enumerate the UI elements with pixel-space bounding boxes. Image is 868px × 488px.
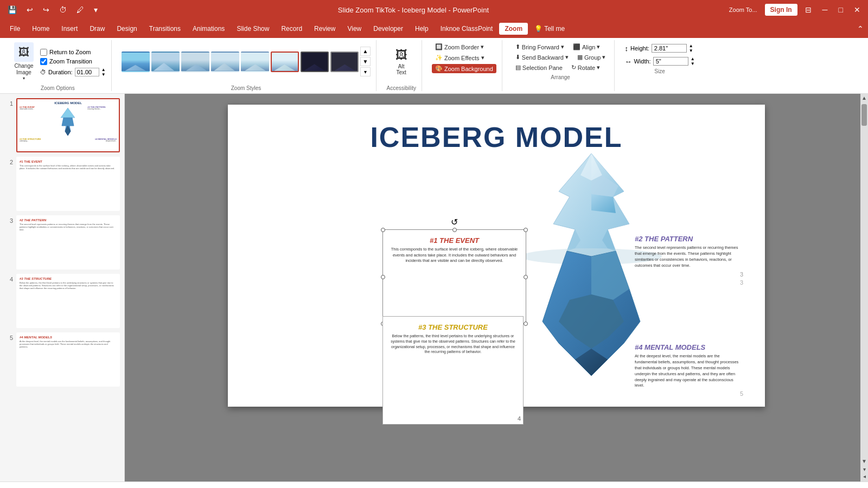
duration-spinner[interactable]: ▲▼ [101, 67, 106, 77]
zoom-background-button[interactable]: 🎨 Zoom Background [432, 64, 496, 73]
minimize-button[interactable]: ─ [819, 4, 831, 15]
styles-more-button[interactable]: ▾ [360, 67, 371, 76]
maximize-button[interactable]: □ [835, 4, 846, 15]
zoom-border-dropdown[interactable]: ▾ [481, 43, 484, 50]
close-button[interactable]: ✕ [851, 4, 864, 15]
change-image-dropdown[interactable]: ▾ [23, 76, 25, 81]
styles-down-button[interactable]: ▼ [360, 57, 371, 66]
alt-text-button[interactable]: 🖼 Alt Text [391, 47, 412, 77]
menu-help[interactable]: Help [410, 23, 434, 35]
ribbon-view-button[interactable]: ⊟ [802, 4, 815, 15]
rotate-button[interactable]: ↻ Rotate ▾ [568, 63, 603, 72]
align-dropdown[interactable]: ▾ [597, 43, 600, 50]
send-backward-button[interactable]: ⬇ Send Backward ▾ [512, 53, 572, 62]
style-thumb-2[interactable] [151, 52, 180, 72]
send-backward-dropdown[interactable]: ▾ [565, 54, 569, 61]
align-label: Align [582, 44, 595, 50]
notes-bar[interactable]: Click to add notes [0, 481, 868, 488]
slide-thumb-3[interactable]: #2 THE PATTERN The second level represen… [16, 215, 120, 269]
style-thumb-1[interactable] [122, 52, 150, 72]
style-thumb-7[interactable] [301, 52, 329, 72]
zoom-box-event[interactable]: ↺ #1 THE EVENT This corresponds to the s… [382, 229, 526, 324]
change-image-button[interactable]: 🖼 ChangeImage ▾ [10, 40, 38, 83]
collapse-ribbon-button[interactable]: ⌃ [857, 24, 864, 33]
scroll-up-arrow[interactable]: ▲ [860, 94, 868, 102]
handle-tl[interactable] [381, 228, 385, 232]
menu-view[interactable]: View [342, 23, 367, 35]
group-button[interactable]: ▦ Group ▾ [574, 53, 609, 62]
sign-in-button[interactable]: Sign In [765, 4, 797, 16]
handle-tm[interactable] [452, 228, 457, 232]
group-dropdown[interactable]: ▾ [602, 54, 605, 61]
zoom-box-structure[interactable]: #3 THE STRUCTURE Below the patterns, the… [382, 316, 524, 425]
menu-insert[interactable]: Insert [56, 23, 83, 35]
menu-review[interactable]: Review [309, 23, 341, 35]
slide-thumb-1[interactable]: ICEBERG MODEL #1 THE EVENT observable ev… [16, 98, 120, 152]
slide-item-2[interactable]: 2 #1 THE EVENT This corresponds to the s… [4, 157, 120, 211]
menu-file[interactable]: File [4, 23, 25, 35]
scroll-start-arrow[interactable]: ◂ [862, 472, 867, 480]
width-input[interactable] [653, 57, 688, 66]
menu-draw[interactable]: Draw [84, 23, 110, 35]
menu-developer[interactable]: Developer [368, 23, 409, 35]
style-thumb-4[interactable] [211, 52, 239, 72]
scroll-thumb[interactable] [861, 104, 867, 126]
slide-item-1[interactable]: 1 ICEBERG MODEL #1 THE EVENT observable … [4, 98, 120, 152]
menu-zoom[interactable]: Zoom [499, 23, 528, 35]
redo-button[interactable]: ↪ [40, 4, 53, 15]
menu-home[interactable]: Home [27, 23, 55, 35]
slide-item-3[interactable]: 3 #2 THE PATTERN The second level repres… [4, 215, 120, 269]
zoom-to-button[interactable]: Zoom To... [726, 5, 761, 14]
autosave-button[interactable]: ⏱ [56, 4, 70, 15]
handle-br[interactable] [524, 322, 528, 326]
zoom-border-button[interactable]: 🔲 Zoom Border ▾ [432, 42, 496, 52]
more-commands-button[interactable]: 🖊 [73, 4, 87, 15]
menu-record[interactable]: Record [276, 23, 308, 35]
menu-design[interactable]: Design [111, 23, 142, 35]
return-to-zoom-input[interactable] [40, 49, 47, 56]
save-button[interactable]: 💾 [4, 4, 20, 15]
slide-thumb-4[interactable]: #3 THE STRUCTURE Below the patterns, the… [16, 274, 120, 328]
rotate-handle[interactable]: ↺ [451, 217, 458, 227]
bring-forward-button[interactable]: ⬆ Bring Forward ▾ [512, 42, 567, 52]
zoom-effects-dropdown[interactable]: ▾ [481, 54, 484, 61]
duration-input[interactable] [75, 68, 99, 76]
height-spinner[interactable]: ▲▼ [689, 43, 693, 53]
style-thumb-8[interactable] [330, 52, 359, 72]
align-button[interactable]: ⬛ Align ▾ [570, 42, 603, 52]
styles-up-button[interactable]: ▲ [360, 47, 371, 56]
menu-classpoint[interactable]: Inknoe ClassPoint [435, 23, 499, 35]
slide-item-5[interactable]: 5 #4 MENTAL MODELS At the deepest level,… [4, 332, 120, 387]
slide-item-4[interactable]: 4 #3 THE STRUCTURE Below the patterns, t… [4, 274, 120, 328]
slide-num-4: 4 [4, 274, 13, 282]
style-thumb-5[interactable] [241, 52, 269, 72]
menu-transitions[interactable]: Transitions [144, 23, 186, 35]
menu-tell-me[interactable]: 💡 Tell me [529, 23, 570, 35]
bring-forward-dropdown[interactable]: ▾ [561, 43, 564, 50]
handle-ml[interactable] [381, 275, 385, 279]
menu-animations[interactable]: Animations [187, 23, 230, 35]
titlebar-right: Zoom To... Sign In ⊟ ─ □ ✕ [726, 4, 864, 16]
canvas-area[interactable]: ICEBERG MODEL [125, 94, 868, 481]
rotate-dropdown[interactable]: ▾ [597, 64, 600, 71]
menu-slideshow[interactable]: Slide Show [231, 23, 275, 35]
selection-pane-button[interactable]: ▤ Selection Pane [512, 63, 566, 72]
customize-button[interactable]: ▾ [91, 4, 101, 15]
zoom-effects-button[interactable]: ✨ Zoom Effects ▾ [432, 53, 496, 62]
undo-button[interactable]: ↩ [23, 4, 36, 15]
slide-canvas[interactable]: ICEBERG MODEL [228, 105, 765, 407]
slide-thumb-2[interactable]: #1 THE EVENT This corresponds to the sur… [16, 157, 120, 211]
zoom-transition-input[interactable] [40, 58, 47, 65]
mental-body: At the deepest level, the mental models … [635, 354, 743, 389]
style-thumb-6[interactable] [271, 52, 299, 72]
handle-tr[interactable] [524, 228, 528, 232]
width-spinner[interactable]: ▲▼ [691, 56, 695, 66]
return-to-zoom-checkbox[interactable]: Return to Zoom [40, 49, 106, 56]
height-input[interactable] [652, 44, 687, 53]
handle-mr[interactable] [524, 275, 528, 279]
slide-thumb-5[interactable]: #4 MENTAL MODELS At the deepest level, t… [16, 332, 120, 387]
style-thumb-3[interactable] [181, 52, 209, 72]
scroll-down-arrow[interactable]: ▼ [860, 457, 868, 465]
zoom-effects-icon: ✨ [435, 54, 443, 61]
zoom-transition-checkbox[interactable]: Zoom Transition [40, 58, 106, 65]
